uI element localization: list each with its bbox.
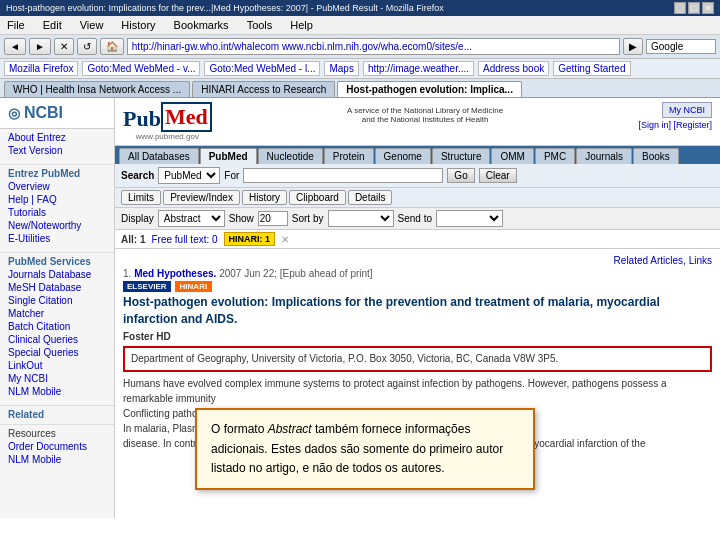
menu-bookmarks[interactable]: Bookmarks — [171, 18, 232, 32]
bookmark-2[interactable]: Goto:Med WebMed - l... — [204, 61, 320, 76]
filter-close-icon[interactable]: ✕ — [281, 234, 289, 245]
body-text-immunity: immunity — [176, 393, 216, 404]
forward-button[interactable]: ► — [29, 38, 51, 55]
sidebar-link-order-documents[interactable]: Order Documents — [0, 440, 114, 453]
minimize-button[interactable]: _ — [674, 2, 686, 14]
sidebar-link-text-version[interactable]: Text Version — [0, 144, 114, 157]
article-number: 1. — [123, 268, 134, 279]
free-full-text-link[interactable]: Free full text: 0 — [151, 234, 217, 245]
elsevier-logo: ELSEVIER — [123, 281, 171, 292]
tab-protein[interactable]: Protein — [324, 148, 374, 164]
tab-genome[interactable]: Genome — [375, 148, 431, 164]
tooltip-text-before: O formato — [211, 422, 268, 436]
sidebar-link-tutorials[interactable]: Tutorials — [0, 206, 114, 219]
browser-window: Host-pathogen evolution: Implications fo… — [0, 0, 720, 98]
tab-structure[interactable]: Structure — [432, 148, 491, 164]
sidebar-link-linkout[interactable]: LinkOut — [0, 359, 114, 372]
sidebar-link-help[interactable]: Help | FAQ — [0, 193, 114, 206]
maximize-button[interactable]: □ — [688, 2, 700, 14]
tab-hostpathogen[interactable]: Host-pathogen evolution: Implica... — [337, 81, 522, 97]
bookmark-1[interactable]: Goto:Med WebMed - v... — [82, 61, 200, 76]
tab-hinari[interactable]: HINARI Access to Research — [192, 81, 335, 97]
related-links: Related Articles, Links — [123, 255, 712, 266]
sidebar-link-my-ncbi[interactable]: My NCBI — [0, 372, 114, 385]
bookmark-mozilla[interactable]: Mozilla Firefox — [4, 61, 78, 76]
ncbi-logo-area: ◎ NCBI — [0, 98, 114, 129]
sidebar-link-nlm-mobile[interactable]: NLM Mobile — [0, 385, 114, 398]
sendto-select[interactable]: File Email Clipboard — [436, 210, 503, 227]
hinari-count-badge[interactable]: HINARI: 1 — [224, 232, 276, 246]
go-button[interactable]: ▶ — [623, 38, 643, 55]
hinari-button[interactable]: HINARI — [175, 281, 213, 292]
browser-search-input[interactable] — [646, 39, 716, 54]
sidebar-link-special-queries[interactable]: Special Queries — [0, 346, 114, 359]
article-meta: 1. Med Hypotheses. 2007 Jun 22; [Epub ah… — [123, 268, 712, 279]
my-ncbi-button[interactable]: My NCBI — [662, 102, 712, 118]
action-tab-limits[interactable]: Limits — [121, 190, 161, 205]
action-tab-clipboard[interactable]: Clipboard — [289, 190, 346, 205]
my-ncbi-area: My NCBI [Sign in] [Register] — [638, 102, 712, 130]
tab-books[interactable]: Books — [633, 148, 679, 164]
menu-history[interactable]: History — [118, 18, 158, 32]
menu-tools[interactable]: Tools — [244, 18, 276, 32]
sidebar-section-related: Related Resources Order Documents NLM Mo… — [0, 400, 114, 468]
sidebar-link-single-citation[interactable]: Single Citation — [0, 294, 114, 307]
tab-omm[interactable]: OMM — [491, 148, 533, 164]
sidebar-link-about-entrez[interactable]: About Entrez — [0, 131, 114, 144]
home-button[interactable]: 🏠 — [100, 38, 124, 55]
show-number-input[interactable] — [258, 211, 288, 226]
database-select[interactable]: PubMed — [158, 167, 220, 184]
bookmark-maps[interactable]: Maps — [324, 61, 358, 76]
sidebar-link-batch-citation[interactable]: Batch Citation — [0, 320, 114, 333]
sidebar-link-eutilities[interactable]: E-Utilities — [0, 232, 114, 245]
back-button[interactable]: ◄ — [4, 38, 26, 55]
sign-in-link[interactable]: [Sign in] — [638, 120, 671, 130]
sidebar-link-newnoteworthy[interactable]: New/Noteworthy — [0, 219, 114, 232]
close-button[interactable]: ✕ — [702, 2, 714, 14]
go-button[interactable]: Go — [447, 168, 474, 183]
page-content: ◎ NCBI About Entrez Text Version Entrez … — [0, 98, 720, 518]
address-bar[interactable] — [127, 38, 620, 55]
tab-pubmed[interactable]: PubMed — [200, 148, 257, 164]
menu-help[interactable]: Help — [287, 18, 316, 32]
display-select[interactable]: Abstract Summary Brief — [158, 210, 225, 227]
action-tab-details[interactable]: Details — [348, 190, 393, 205]
search-input[interactable] — [243, 168, 443, 183]
action-tab-history[interactable]: History — [242, 190, 287, 205]
article-body-text1: Humans have evolved complex immune syste… — [123, 376, 712, 406]
clear-button[interactable]: Clear — [479, 168, 517, 183]
sidebar-link-overview[interactable]: Overview — [0, 180, 114, 193]
window-controls: _ □ ✕ — [674, 2, 714, 14]
sort-select[interactable]: Author Journal Pub Date — [328, 210, 394, 227]
show-label: Show — [229, 213, 254, 224]
count-all: All: 1 — [121, 234, 145, 245]
bookmark-weather[interactable]: http://image.weather.... — [363, 61, 474, 76]
tab-who[interactable]: WHO | Health Insa Network Access ... — [4, 81, 190, 97]
article-title[interactable]: Host-pathogen evolution: Implications fo… — [123, 294, 712, 328]
action-tab-preview[interactable]: Preview/Index — [163, 190, 240, 205]
sidebar-link-mesh-db[interactable]: MeSH Database — [0, 281, 114, 294]
bookmark-addressbook[interactable]: Address book — [478, 61, 549, 76]
stop-button[interactable]: ✕ — [54, 38, 74, 55]
journal-name[interactable]: Med Hypotheses. — [134, 268, 216, 279]
sidebar-link-journals-db[interactable]: Journals Database — [0, 268, 114, 281]
tab-pmc[interactable]: PMC — [535, 148, 575, 164]
menu-edit[interactable]: Edit — [40, 18, 65, 32]
refresh-button[interactable]: ↺ — [77, 38, 97, 55]
register-link[interactable]: [Register] — [673, 120, 712, 130]
sidebar-link-nlm-mobile2[interactable]: NLM Mobile — [0, 453, 114, 466]
abstract-address-box: Department of Geography, University of V… — [123, 346, 712, 372]
menu-file[interactable]: File — [4, 18, 28, 32]
tab-all-databases[interactable]: All Databases — [119, 148, 199, 164]
navigation-bar: ◄ ► ✕ ↺ 🏠 ▶ — [0, 35, 720, 59]
menu-view[interactable]: View — [77, 18, 107, 32]
sidebar-title-resources: Resources — [0, 424, 114, 440]
sidebar-section-services: PubMed Services Journals Database MeSH D… — [0, 247, 114, 400]
pubmed-header: PubMed www.pubmed.gov A service of the N… — [115, 98, 720, 146]
bookmark-started[interactable]: Getting Started — [553, 61, 630, 76]
article-date: 2007 Jun 22; [Epub ahead of print] — [219, 268, 372, 279]
tab-journals[interactable]: Journals — [576, 148, 632, 164]
sidebar-link-clinical-queries[interactable]: Clinical Queries — [0, 333, 114, 346]
sidebar-link-matcher[interactable]: Matcher — [0, 307, 114, 320]
tab-nucleotide[interactable]: Nucleotide — [258, 148, 323, 164]
